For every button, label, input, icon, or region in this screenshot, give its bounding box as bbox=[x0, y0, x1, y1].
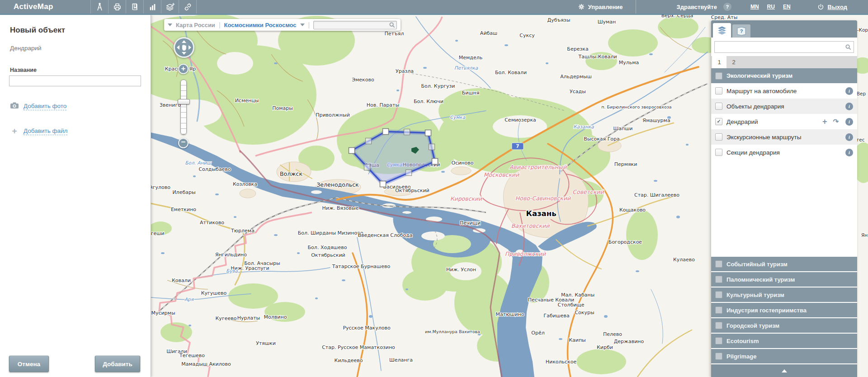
app-header: ActiveMap Управление Здравствуйте ? MNRU… bbox=[0, 0, 868, 14]
layer-group-collapsed[interactable]: Городской туризм bbox=[711, 318, 857, 333]
chevron-up-icon bbox=[782, 369, 787, 372]
layer-group-collapsed[interactable]: Индустрия гостеприимства bbox=[711, 303, 857, 317]
add-photo-button[interactable]: Добавить фото bbox=[10, 102, 151, 111]
tab-layers[interactable] bbox=[713, 23, 731, 38]
map-label: Мал. Кабаны bbox=[561, 292, 594, 298]
chevron-down-icon[interactable] bbox=[300, 24, 305, 26]
map-label: Ташлы-Ковали bbox=[578, 54, 617, 60]
polygon-vertex-handle[interactable] bbox=[383, 129, 389, 135]
add-file-button[interactable]: + Добавить файл bbox=[10, 126, 151, 136]
map-label: Тегешево bbox=[179, 353, 205, 358]
pan-up-icon[interactable] bbox=[182, 40, 186, 43]
group-checkbox[interactable] bbox=[715, 353, 722, 360]
zoom-in-button[interactable]: + bbox=[178, 64, 189, 74]
layer-checkbox[interactable] bbox=[715, 149, 722, 156]
name-input[interactable] bbox=[9, 75, 141, 86]
language-link-mn[interactable]: MN bbox=[750, 4, 759, 10]
compass-icon bbox=[95, 2, 104, 12]
add-photo-label: Добавить фото bbox=[24, 103, 66, 110]
group-checkbox[interactable] bbox=[715, 306, 722, 314]
layer-row[interactable]: ✓Дендрарий+↷i bbox=[711, 114, 857, 129]
layers-search-input[interactable] bbox=[714, 41, 854, 53]
layer-row[interactable]: Объекты дендрарияi bbox=[711, 99, 857, 114]
management-button[interactable]: Управление bbox=[565, 0, 636, 14]
layer-checkbox[interactable] bbox=[715, 103, 722, 110]
polygon-vertex-handle[interactable] bbox=[432, 159, 438, 165]
layer-group-collapsed[interactable]: Pilgrimage bbox=[711, 349, 857, 363]
layer-checkbox[interactable] bbox=[715, 133, 722, 141]
base-layer-left[interactable]: Карта России bbox=[176, 22, 215, 28]
layer-group-collapsed[interactable]: Культурный туризм bbox=[711, 287, 857, 302]
cancel-button[interactable]: Отмена bbox=[9, 356, 49, 372]
polygon-midpoint-handle[interactable] bbox=[366, 138, 372, 144]
layers-list: Экологический туризм Маршрут на автомоби… bbox=[711, 68, 857, 377]
info-icon[interactable]: i bbox=[845, 87, 853, 95]
polygon-midpoint-handle[interactable] bbox=[429, 144, 435, 150]
zoom-slider-handle[interactable] bbox=[178, 99, 190, 104]
map-label: Семиозерка bbox=[505, 117, 536, 123]
search-icon[interactable] bbox=[389, 22, 395, 28]
map-label: Печищи bbox=[460, 220, 481, 226]
layer-group-collapsed[interactable]: Паломнический туризм bbox=[711, 272, 857, 287]
layer-checkbox[interactable]: ✓ bbox=[715, 118, 722, 125]
language-link-ru[interactable]: RU bbox=[767, 4, 775, 10]
map-label: Вахитовский bbox=[511, 222, 550, 229]
map-search-input[interactable] bbox=[313, 21, 397, 29]
layer-row[interactable]: Экскурсионные маршрутыi bbox=[711, 129, 857, 145]
zoom-out-button[interactable]: − bbox=[178, 138, 189, 148]
layer-row[interactable]: Секции дендрарияi bbox=[711, 145, 857, 160]
layer-group-collapsed[interactable]: Ecotourism bbox=[711, 334, 857, 348]
link-button[interactable] bbox=[179, 0, 197, 14]
help-button[interactable]: ? bbox=[723, 3, 731, 11]
layer-checkbox[interactable] bbox=[715, 87, 722, 94]
info-icon[interactable]: i bbox=[845, 103, 853, 110]
submit-button[interactable]: Добавить bbox=[95, 356, 140, 372]
map-label: Осиново bbox=[452, 160, 474, 166]
stats-button[interactable] bbox=[143, 0, 161, 14]
layers-add-button[interactable] bbox=[161, 0, 179, 14]
tab-legend[interactable]: ? bbox=[732, 24, 750, 38]
polygon-midpoint-handle[interactable] bbox=[406, 170, 412, 176]
polygon-midpoint-handle[interactable] bbox=[364, 165, 370, 170]
layers-panel: ? 1 2 Экологический туризм Маршрут на ав… bbox=[711, 20, 857, 377]
info-icon[interactable]: i bbox=[845, 118, 853, 126]
guide-button[interactable] bbox=[126, 0, 143, 14]
base-layer-right[interactable]: Космоснимки Роскосмос bbox=[224, 22, 297, 28]
map-pan-control[interactable] bbox=[174, 37, 194, 58]
group-checkbox[interactable] bbox=[715, 291, 722, 298]
polygon-vertex-handle[interactable] bbox=[380, 181, 386, 187]
layer-label: Дендрарий bbox=[726, 118, 816, 125]
layer-group-header[interactable]: Экологический туризм bbox=[711, 68, 857, 83]
map-label: Кулаево bbox=[673, 257, 695, 263]
layer-row[interactable]: Маршрут на автомобилеi bbox=[711, 83, 857, 99]
group-checkbox[interactable] bbox=[715, 276, 722, 283]
info-icon[interactable]: i bbox=[845, 133, 853, 141]
print-button[interactable] bbox=[108, 0, 126, 14]
layer-group-collapsed[interactable]: Событийный туризм bbox=[711, 257, 857, 271]
edit-geometry-icon[interactable]: ↷ bbox=[833, 118, 839, 126]
group-checkbox[interactable] bbox=[715, 260, 722, 268]
compass-button[interactable] bbox=[90, 0, 108, 14]
group-checkbox[interactable] bbox=[715, 337, 722, 344]
logout-button[interactable]: Выход bbox=[817, 3, 847, 11]
language-link-en[interactable]: EN bbox=[783, 4, 791, 10]
map-label: Бол. Ключи bbox=[414, 99, 443, 104]
pan-left-icon[interactable] bbox=[177, 45, 179, 50]
group-checkbox[interactable] bbox=[715, 322, 722, 329]
polygon-vertex-handle[interactable] bbox=[349, 148, 355, 154]
zoom-slider-track[interactable] bbox=[180, 80, 187, 135]
add-object-icon[interactable]: + bbox=[822, 117, 827, 127]
group-checkbox[interactable] bbox=[715, 72, 722, 80]
map-label: Шуман bbox=[598, 19, 616, 25]
panel-collapse-button[interactable] bbox=[711, 364, 857, 377]
page-tab-2[interactable]: 2 bbox=[726, 56, 741, 68]
map-label: Ян bbox=[861, 232, 868, 238]
polygon-midpoint-handle[interactable] bbox=[404, 129, 410, 135]
pan-right-icon[interactable] bbox=[189, 45, 191, 50]
polygon-vertex-handle[interactable] bbox=[425, 130, 431, 136]
info-icon[interactable]: i bbox=[845, 149, 853, 156]
page-tab-1[interactable]: 1 bbox=[712, 56, 726, 68]
chevron-down-icon[interactable] bbox=[168, 24, 172, 26]
map-label: Солдыбаево bbox=[198, 166, 231, 172]
search-icon[interactable] bbox=[845, 44, 851, 50]
